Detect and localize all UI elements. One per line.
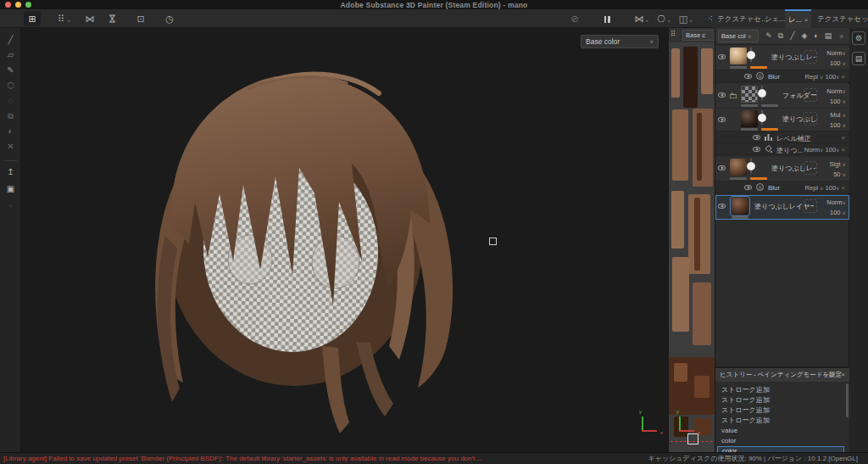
layer-effect-row[interactable]: Blur Repl ∨ 100∨ × xyxy=(715,182,849,193)
layer-visibility-icon[interactable] xyxy=(718,165,726,171)
bake-icon[interactable]: ▣ xyxy=(0,182,21,196)
remove-effect-icon[interactable]: × xyxy=(842,184,845,192)
layer-row[interactable]: 塗りつぶしレイヤー 3 Slgt ∨ 50 ∨ xyxy=(715,157,849,182)
properties-panel-icon[interactable]: ▤ xyxy=(852,52,865,65)
layer-thumbnail[interactable] xyxy=(730,159,747,176)
symmetry-y-icon[interactable]: ⋈ xyxy=(103,11,120,26)
add-folder-icon[interactable]: ▤ xyxy=(822,30,834,42)
history-clock-icon[interactable]: ◷ xyxy=(161,11,178,26)
opacity-select[interactable]: 100 ∨ xyxy=(830,209,846,216)
layer-mask-bar xyxy=(750,66,767,69)
strip-channel-select[interactable]: Base c xyxy=(682,30,715,41)
layer-visibility-icon[interactable] xyxy=(718,117,726,122)
add-paint-layer-icon[interactable]: ╱ xyxy=(787,30,798,42)
add-frame-icon[interactable]: ⊡ xyxy=(132,11,149,26)
blend-mode-select[interactable]: Norm∨ xyxy=(826,49,846,57)
blend-mode-select[interactable]: Norm∨ xyxy=(826,87,846,95)
add-fill-layer-icon[interactable]: ◈ xyxy=(798,30,810,42)
close-tab-icon[interactable]: × xyxy=(804,16,809,24)
folder-icon[interactable]: 🗀 xyxy=(729,87,737,104)
blend-mode-select[interactable]: Slgt ∨ xyxy=(830,160,846,168)
effect-name[interactable]: Blur xyxy=(768,73,780,81)
history-item[interactable]: value xyxy=(717,426,844,436)
layer-thumbnail[interactable] xyxy=(730,48,747,64)
layer-effect-row[interactable]: 塗りつ... Norm∨ 100∨ × xyxy=(715,143,849,155)
history-panel: ヒストリー - ペインティングモードを設定 ⧉ × ストローク追加 ストローク追… xyxy=(715,366,849,452)
layer-effect-row[interactable]: レベル補正 × xyxy=(715,131,849,143)
blend-mode-select[interactable]: Norm∨ xyxy=(826,198,846,206)
tab-layers[interactable]: レ...× xyxy=(785,9,811,28)
history-item[interactable]: ストローク追加 xyxy=(717,385,844,395)
viewport-2d-strip[interactable]: ⠿ Base c yx xyxy=(668,28,715,452)
history-item[interactable]: ストローク追加 xyxy=(717,416,844,426)
remove-effect-icon[interactable]: × xyxy=(842,146,845,154)
display-settings-icon[interactable]: ⚙ xyxy=(852,31,865,45)
folder-content-thumbnail[interactable] xyxy=(741,86,758,103)
blend-mode-select[interactable]: Mul ∨ xyxy=(830,111,846,119)
effect-visibility-icon[interactable] xyxy=(753,147,760,152)
effect-visibility-icon[interactable] xyxy=(744,185,752,190)
symmetry-toggle-icon[interactable]: ⋈˅ xyxy=(631,11,648,26)
polygon-fill-tool-icon[interactable]: ⬡ xyxy=(0,79,21,92)
symmetry-x-icon[interactable]: ⋈ xyxy=(81,11,98,26)
remove-effect-icon[interactable]: × xyxy=(842,73,845,81)
export-icon[interactable]: ↥ xyxy=(0,165,21,179)
layer-mask-thumbnail[interactable] xyxy=(761,109,763,126)
history-scrollbar[interactable] xyxy=(846,383,849,417)
effect-visibility-icon[interactable] xyxy=(753,135,760,140)
layer-mask-thumbnail[interactable] xyxy=(750,47,752,63)
effect-controls[interactable]: Repl ∨ 100∨ × xyxy=(805,184,845,192)
history-item[interactable]: ストローク追加 xyxy=(717,405,844,416)
layer-visibility-icon[interactable] xyxy=(718,54,726,59)
opacity-select[interactable]: 50 ∨ xyxy=(833,171,846,178)
camera-view-icon[interactable]: ◫˅ xyxy=(675,11,692,26)
uv-grid-icon[interactable]: ⠿ xyxy=(670,30,676,38)
pause-engine-icon[interactable] xyxy=(598,11,615,26)
effect-name[interactable]: Blur xyxy=(768,184,780,192)
tab-texture-set-2[interactable]: テクスチャセッ... xyxy=(814,9,868,28)
viewport-3d[interactable]: Base color∨ yx xyxy=(21,28,668,452)
layer-row[interactable]: 塗りつぶしレイ... Mul ∨ 100 ∨ xyxy=(715,109,849,131)
layer-row[interactable]: 塗りつぶしレイヤー 4 Norm∨ 100 ∨ xyxy=(715,46,849,70)
channel-filter-select[interactable]: Base col ∨ xyxy=(718,30,759,42)
layer-row-selected[interactable]: 塗りつぶしレイヤー 1 Norm∨ 100 ∨ xyxy=(715,195,849,220)
undock-panel-icon[interactable]: ⧉ xyxy=(829,368,834,382)
viewport-layout-icon[interactable]: ⊞ xyxy=(24,11,41,26)
effect-controls[interactable]: Norm∨ 100∨ × xyxy=(804,146,845,154)
smudge-tool-icon[interactable]: ◌ xyxy=(0,94,21,108)
tiling-mode-icon[interactable]: ⠿˅ xyxy=(53,11,70,26)
perspective-cube-icon[interactable]: ⎔˅ xyxy=(653,11,670,26)
history-item[interactable]: ストローク追加 xyxy=(717,395,844,405)
add-smart-material-icon[interactable]: ✎ xyxy=(763,30,775,42)
remove-effect-icon[interactable]: × xyxy=(842,134,845,142)
close-panel-icon[interactable]: × xyxy=(841,368,845,382)
layer-thumbnail[interactable] xyxy=(741,110,758,127)
paint-tool-icon[interactable]: ╱ xyxy=(0,33,21,47)
viewport-channel-select[interactable]: Base color∨ xyxy=(581,35,659,48)
history-item[interactable]: color xyxy=(717,436,844,446)
effect-controls[interactable]: Repl ∨ 100∨ × xyxy=(805,73,845,81)
rail-extra-icon[interactable]: ▫ xyxy=(0,199,21,213)
add-effect-icon[interactable]: ◐ xyxy=(810,30,822,42)
layer-effect-row[interactable]: Blur Repl ∨ 100∨ × xyxy=(715,70,849,82)
opacity-select[interactable]: 100 ∨ xyxy=(830,98,846,105)
material-picker-tool-icon[interactable]: ◐ xyxy=(0,125,21,138)
eraser-tool-icon[interactable]: ▱ xyxy=(0,48,21,62)
layer-thumbnail[interactable] xyxy=(732,198,748,215)
opacity-select[interactable]: 100 ∨ xyxy=(830,59,846,67)
clone-tool-icon[interactable]: ⧉ xyxy=(0,109,21,123)
layer-visibility-icon[interactable] xyxy=(718,204,726,209)
layer-row[interactable]: 🗀 フォルダー 1 Norm∨ 100 ∨ xyxy=(715,84,849,109)
geometry-mask-tool-icon[interactable]: ✕ xyxy=(0,140,21,154)
projection-tool-icon[interactable]: ✎ xyxy=(0,64,21,77)
folder-mask-thumbnail[interactable] xyxy=(761,85,763,101)
layer-visibility-icon[interactable] xyxy=(718,92,726,98)
add-smart-mask-icon[interactable]: ⧉ xyxy=(775,30,787,42)
effect-name[interactable]: 塗りつ... xyxy=(776,146,803,155)
delete-layer-icon[interactable]: 🝔 xyxy=(836,30,848,42)
effect-visibility-icon[interactable] xyxy=(744,74,752,79)
effect-name[interactable]: レベル補正 xyxy=(776,134,811,143)
layer-mask-thumbnail[interactable] xyxy=(750,158,752,174)
opacity-select[interactable]: 100 ∨ xyxy=(830,121,846,129)
unlink-icon[interactable]: ⊘ xyxy=(566,11,583,26)
